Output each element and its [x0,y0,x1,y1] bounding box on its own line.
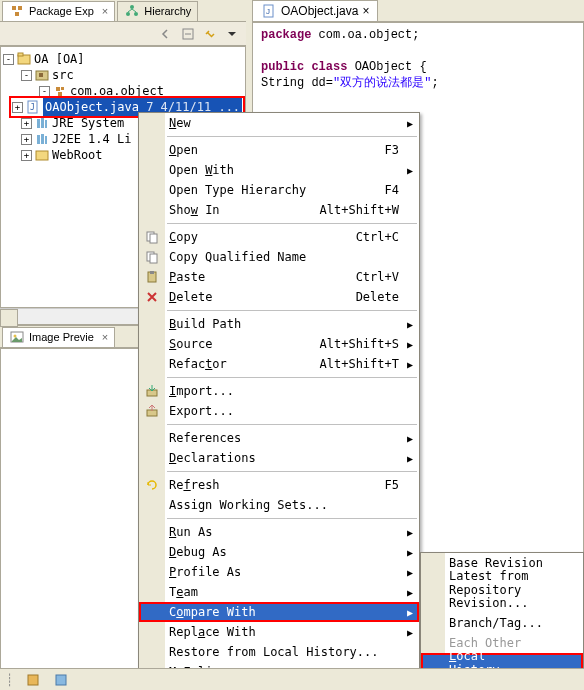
menu-item-replace-with[interactable]: Replace With▶ [139,622,419,642]
submenu-item-branch-tag[interactable]: Branch/Tag... [421,613,583,633]
menu-item-label: Compare With [169,605,256,619]
context-menu[interactable]: New▶OpenF3Open With▶Open Type HierarchyF… [138,112,420,690]
submenu-item-revision[interactable]: Revision... [421,593,583,613]
menu-item-label: New [169,116,191,130]
expander-icon[interactable]: - [3,54,14,65]
menu-item-label: Source [169,337,212,351]
compare-with-submenu[interactable]: Base RevisionLatest from RepositoryRevis… [420,552,584,674]
java-file-icon: J [25,99,41,115]
menu-item-open[interactable]: OpenF3 [139,140,419,160]
close-icon[interactable]: × [102,5,108,17]
menu-item-label: Refactor [169,357,227,371]
project-icon [16,51,32,67]
editor-tab[interactable]: J OAObject.java × [252,0,378,21]
expander-icon[interactable]: + [21,118,32,129]
svg-rect-37 [28,675,38,685]
menu-item-label: Export... [169,404,234,418]
menu-item-import[interactable]: Import... [139,381,419,401]
menu-item-build-path[interactable]: Build Path▶ [139,314,419,334]
menu-item-delete[interactable]: DeleteDelete [139,287,419,307]
view-menu-icon[interactable] [222,24,242,44]
back-icon[interactable] [156,24,176,44]
image-icon [9,329,25,345]
image-preview-tab[interactable]: Image Previe × [2,327,115,347]
svg-rect-0 [12,6,16,10]
menu-item-label: Open With [169,163,234,177]
menu-item-label: Declarations [169,451,256,465]
menu-item-new[interactable]: New▶ [139,113,419,133]
menu-item-references[interactable]: References▶ [139,428,419,448]
collapse-all-icon[interactable] [178,24,198,44]
menu-item-paste[interactable]: PasteCtrl+V [139,267,419,287]
menu-item-refresh[interactable]: RefreshF5 [139,475,419,495]
close-icon[interactable]: × [102,331,108,343]
menu-item-export[interactable]: Export... [139,401,419,421]
menu-item-debug-as[interactable]: Debug As▶ [139,542,419,562]
hierarchy-tab[interactable]: Hierarchy [117,1,198,21]
menu-item-label: Copy [169,230,198,244]
status-icon [25,672,41,688]
svg-rect-20 [41,134,44,144]
menu-item-restore-from-local-history[interactable]: Restore from Local History... [139,642,419,662]
menu-item-profile-as[interactable]: Profile As▶ [139,562,419,582]
menu-item-show-in[interactable]: Show InAlt+Shift+W [139,200,419,220]
expander-icon[interactable]: + [21,134,32,145]
package-explorer-toolbar [0,22,246,46]
menu-shortcut: Alt+Shift+S [320,337,399,351]
expander-icon[interactable]: - [21,70,32,81]
submenu-arrow-icon: ▶ [407,607,413,618]
menu-item-copy[interactable]: CopyCtrl+C [139,227,419,247]
expander-icon[interactable]: + [21,150,32,161]
submenu-arrow-icon: ▶ [407,359,413,370]
svg-point-4 [126,12,130,16]
tree-label: OAObject.java [45,100,139,114]
submenu-arrow-icon: ▶ [407,587,413,598]
menu-item-label: Restore from Local History... [169,645,379,659]
menu-item-label: Open [169,143,198,157]
svg-rect-2 [15,12,19,16]
menu-shortcut: Delete [356,290,399,304]
menu-item-declarations[interactable]: Declarations▶ [139,448,419,468]
menu-item-run-as[interactable]: Run As▶ [139,522,419,542]
tree-src[interactable]: - src [3,67,243,83]
expander-icon[interactable]: - [39,86,50,97]
expander-icon[interactable]: + [12,102,23,113]
svg-point-3 [130,5,134,9]
menu-item-refactor[interactable]: RefactorAlt+Shift+T▶ [139,354,419,374]
menu-item-label: Refresh [169,478,220,492]
link-with-editor-icon[interactable] [200,24,220,44]
menu-item-compare-with[interactable]: Compare With▶ [139,602,419,622]
submenu-arrow-icon: ▶ [407,453,413,464]
editor-tabbar: J OAObject.java × [252,0,584,22]
tab-label: OAObject.java [281,4,358,18]
library-icon [34,115,50,131]
menu-item-label: Delete [169,290,212,304]
menu-item-assign-working-sets[interactable]: Assign Working Sets... [139,495,419,515]
svg-rect-21 [45,136,47,144]
menu-shortcut: F5 [385,478,399,492]
menu-item-open-with[interactable]: Open With▶ [139,160,419,180]
status-bar: ┊ [0,668,584,690]
menu-item-copy-qualified-name[interactable]: Copy Qualified Name [139,247,419,267]
menu-item-team[interactable]: Team▶ [139,582,419,602]
svg-rect-11 [56,87,60,91]
menu-item-label: References [169,431,241,445]
svg-rect-34 [150,271,154,274]
menu-item-label: Team [169,585,198,599]
close-icon[interactable]: × [362,4,369,18]
svg-rect-16 [37,119,40,128]
svg-rect-12 [61,87,64,90]
package-explorer-tab[interactable]: Package Exp × [2,1,115,21]
delete-icon [143,288,161,306]
menu-item-label: Paste [169,270,205,284]
submenu-item-latest-from-repository[interactable]: Latest from Repository [421,573,583,593]
menu-item-label: Run As [169,525,212,539]
menu-item-label: Debug As [169,545,227,559]
menu-item-label: Branch/Tag... [449,616,543,630]
tab-label: Hierarchy [144,5,191,17]
menu-item-source[interactable]: SourceAlt+Shift+S▶ [139,334,419,354]
tree-label: OA [OA] [34,51,85,67]
menu-item-label: Revision... [449,596,528,610]
menu-item-open-type-hierarchy[interactable]: Open Type HierarchyF4 [139,180,419,200]
tree-root[interactable]: - OA [OA] [3,51,243,67]
